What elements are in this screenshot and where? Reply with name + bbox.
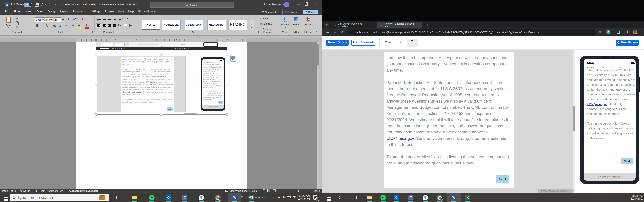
restore-button[interactable] [305, 3, 308, 6]
underline-icon[interactable]: U [46, 24, 48, 27]
addins-button[interactable]: Add-ins [303, 16, 312, 30]
format-painter-icon[interactable] [16, 26, 18, 28]
subscript-icon[interactable]: x₂ [59, 24, 62, 27]
zoom-in-button[interactable]: + [310, 189, 312, 193]
ruler[interactable]: 1 2 3 4 5 6 [0, 38, 322, 42]
save-icon[interactable] [35, 3, 38, 6]
tab-insert[interactable]: Insert [26, 10, 32, 13]
zoom-level[interactable]: 100% [314, 190, 320, 192]
autosave-toggle[interactable]: On [24, 3, 32, 7]
next-button[interactable]: Next [496, 175, 509, 183]
resize-handle-s[interactable] [160, 113, 163, 116]
change-case-icon[interactable]: Aa▾ [73, 18, 78, 20]
resize-handle-n[interactable] [160, 53, 163, 55]
place-bookmark-button[interactable]: Place Bookmark [351, 39, 375, 45]
borders-icon[interactable] [130, 24, 132, 27]
notification-badge[interactable]: 12 [315, 197, 319, 201]
start-button[interactable] [1, 194, 8, 201]
tab-home[interactable]: Home [14, 10, 21, 13]
layout-options-button[interactable] [230, 55, 236, 62]
taskbar-teams[interactable]: T [408, 194, 414, 201]
clear-formatting-icon[interactable]: A◌ [82, 18, 85, 21]
new-tab-button[interactable]: + [426, 23, 428, 27]
downloads-icon[interactable]: ⭣ [626, 30, 628, 34]
taskbar-outlook[interactable]: O [165, 194, 172, 201]
tab-close-icon[interactable]: ✕ [418, 24, 420, 26]
share-preview-button[interactable]: Share Preview [616, 39, 639, 45]
grammarly-extension-icon[interactable]: G [606, 30, 610, 34]
taskbar-chrome[interactable] [436, 194, 443, 201]
align-center-icon[interactable] [103, 24, 106, 27]
cut-icon[interactable]: ✂ [16, 17, 18, 20]
copy-icon[interactable] [16, 21, 18, 24]
resize-handle-sw[interactable] [95, 113, 97, 116]
clock[interactable]: 11:23 AM4/26/2024 [298, 194, 310, 201]
site-info-icon[interactable]: ⚎ [350, 31, 352, 34]
shrink-font-icon[interactable]: Aˇ [68, 18, 70, 21]
back-icon[interactable]: ← [326, 30, 330, 34]
strikethrough-icon[interactable]: ab [53, 24, 56, 27]
profile-avatar[interactable] [633, 30, 637, 34]
increase-indent-icon[interactable] [117, 17, 121, 21]
proofing-icon[interactable] [34, 190, 36, 192]
resize-handle-e[interactable] [226, 83, 228, 85]
resize-handle-w[interactable] [95, 83, 97, 85]
style-general-emph[interactable]: General Emph [185, 19, 203, 30]
embedded-image-selected[interactable]: and how it can be improved. All response… [96, 54, 227, 114]
collapse-ribbon-icon[interactable]: ˅ [316, 30, 317, 33]
taskbar-search-button[interactable] [336, 194, 343, 201]
paste-button[interactable]: Paste ▾ [5, 17, 12, 30]
document-area[interactable]: and how it can be improved. All response… [0, 42, 319, 189]
pilcrow-icon[interactable]: ¶ [127, 17, 129, 20]
multilevel-list-icon[interactable] [107, 17, 111, 21]
taskbar-word-active[interactable]: W [450, 194, 457, 201]
taskbar-slack[interactable] [198, 194, 204, 201]
line-spacing-icon[interactable]: ⇕≡ [118, 24, 121, 26]
taskbar-spotify[interactable]: ≋ [380, 194, 386, 201]
shading-icon[interactable] [124, 24, 128, 27]
font-size-select[interactable]: 10▾ [54, 17, 61, 22]
clipboard-dialog-launcher[interactable] [29, 31, 31, 33]
taskbar-slack[interactable] [422, 194, 429, 201]
bullets-icon[interactable] [97, 17, 101, 21]
read-mode-icon[interactable] [263, 190, 265, 192]
font-name-chevron-icon[interactable]: ▾ [51, 18, 52, 21]
align-left-selected[interactable] [96, 23, 101, 28]
styles-gallery-scroll[interactable]: ˄˅⊽ [250, 19, 254, 30]
undo-icon[interactable]: ↺ [40, 2, 44, 7]
phone-powered-by[interactable]: Powered by Qualtrics⇱ [584, 173, 636, 181]
doc-email-link[interactable]: eleanor.stokes@nasa.gov [122, 91, 142, 93]
tab-draw[interactable]: Draw [37, 10, 43, 13]
tab-search-chevron-icon[interactable]: ˅ [324, 23, 330, 27]
tab-picture-format[interactable]: Picture Format [138, 10, 156, 13]
decrease-indent-icon[interactable] [112, 17, 116, 21]
tab-mailings[interactable]: Mailings [90, 10, 100, 13]
editing-mode-button[interactable]: ✎Editing▾ [282, 10, 299, 14]
taskbar-excel[interactable]: X [464, 194, 471, 201]
font-color-icon[interactable]: A [86, 24, 88, 27]
accessibility-status[interactable]: Accessibility: Investigate [68, 190, 98, 192]
taskbar-word-active[interactable]: W [232, 194, 238, 201]
powered-by-qualtrics[interactable]: Powered by Qualtrics⇱ [538, 189, 572, 193]
scrollbar-down-arrow-icon[interactable]: ▼ [573, 189, 574, 191]
wifi-icon[interactable] [293, 196, 296, 199]
browser-tab-edit-survey[interactable]: XM Edit Survey | Qualtrics Experienc ✕ [331, 22, 376, 28]
display-settings[interactable]: Display Settings [230, 190, 248, 192]
tab-file[interactable]: File [5, 10, 9, 13]
font-name-select[interactable]: Segoe UI Historic (B [35, 17, 53, 22]
numbering-icon[interactable] [102, 17, 106, 21]
taskbar-spotify[interactable]: ≋ [148, 194, 155, 201]
align-right-icon[interactable] [108, 24, 111, 27]
grow-font-icon[interactable]: Aˆ [62, 18, 65, 21]
taskbar-file-explorer[interactable] [366, 194, 373, 201]
replace-button[interactable]: ⇄ Replace [260, 22, 272, 25]
word-count[interactable]: 42 words [20, 190, 30, 192]
avatar[interactable]: TK [284, 2, 290, 7]
close-button[interactable]: × [315, 2, 317, 7]
paragraph-dialog-launcher[interactable] [132, 31, 134, 33]
print-layout-icon[interactable] [267, 189, 270, 193]
taskbar-outlook[interactable]: O [393, 194, 400, 201]
justify-icon[interactable] [113, 24, 116, 27]
superscript-icon[interactable]: x² [65, 24, 67, 27]
preview-scrollbar-thumb[interactable] [573, 106, 575, 131]
